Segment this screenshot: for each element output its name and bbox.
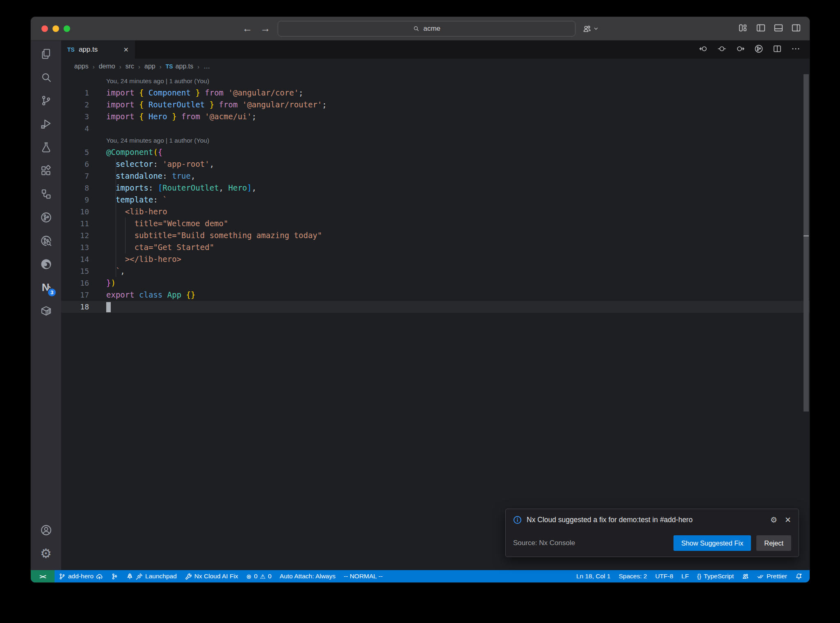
show-suggested-fix-button[interactable]: Show Suggested Fix	[673, 535, 751, 551]
code-line[interactable]: 5@Component({	[61, 146, 810, 158]
feedback-item[interactable]	[738, 570, 753, 582]
activity-item-search[interactable]	[31, 66, 61, 89]
notifications-item[interactable]	[791, 570, 806, 582]
breadcrumb-item[interactable]: app	[144, 63, 155, 70]
code-line[interactable]: 18	[61, 301, 810, 313]
language-item[interactable]: {}TypeScript	[693, 570, 738, 582]
scrollbar-thumb[interactable]	[803, 74, 809, 412]
line-number[interactable]: 5	[61, 146, 89, 158]
launchpad-item[interactable]: Launchpad	[122, 570, 181, 582]
line-number[interactable]: 11	[61, 218, 89, 230]
code-line[interactable]: 16})	[61, 277, 810, 289]
close-tab-icon[interactable]: ✕	[123, 46, 129, 54]
more-button[interactable]	[791, 44, 801, 55]
line-number[interactable]: 3	[61, 111, 89, 123]
nx-cloud-ai-fix-item[interactable]: Nx Cloud AI Fix	[181, 570, 242, 582]
braces-icon: {}	[697, 573, 701, 580]
toggle-sidebar-button[interactable]	[756, 23, 766, 35]
graph-circle-button[interactable]	[754, 44, 764, 55]
breadcrumb-item[interactable]: …	[203, 63, 210, 70]
toggle-panel-button[interactable]	[773, 23, 784, 35]
zoom-window-button[interactable]	[64, 25, 70, 32]
activity-item-hierarchy[interactable]	[31, 182, 61, 206]
breadcrumb-item[interactable]: src	[126, 63, 134, 70]
activity-item-accounts[interactable]	[31, 518, 61, 542]
activity-item-containers[interactable]	[31, 299, 61, 323]
activity-item-nx-console[interactable]: N›3	[31, 276, 61, 299]
activity-item-gitlens-search[interactable]	[31, 229, 61, 252]
code-line[interactable]: 11 title="Welcmoe demo"	[61, 218, 810, 230]
command-center-search[interactable]: acme	[278, 21, 575, 36]
code-line[interactable]: 1import { Component } from '@angular/cor…	[61, 87, 810, 99]
line-number[interactable]: 15	[61, 265, 89, 277]
prettier-item[interactable]: Prettier	[753, 570, 791, 582]
line-number[interactable]: 12	[61, 230, 89, 241]
encoding-item[interactable]: UTF-8	[651, 570, 677, 582]
code-line[interactable]: 2import { RouterOutlet } from '@angular/…	[61, 99, 810, 111]
line-number[interactable]: 16	[61, 277, 89, 289]
code-line[interactable]: 10 <lib-hero	[61, 206, 810, 218]
split-editor-button[interactable]	[772, 44, 782, 55]
code-line[interactable]: 17export class App {}	[61, 289, 810, 301]
activity-item-settings[interactable]: ⚙	[31, 542, 61, 565]
breadcrumb-item[interactable]: apps	[74, 63, 89, 70]
git-graph-item[interactable]	[107, 570, 122, 582]
activity-item-run-and-debug[interactable]	[31, 112, 61, 136]
tab-label: app.ts	[79, 45, 98, 54]
code-line[interactable]: 8 imports: [RouterOutlet, Hero],	[61, 182, 810, 194]
activity-item-source-control[interactable]	[31, 89, 61, 112]
activity-item-explorer[interactable]	[31, 42, 61, 66]
problems-item[interactable]: ⊗0⚠0	[242, 570, 276, 582]
vim-mode-item[interactable]: -- NORMAL --	[340, 570, 387, 582]
cursor-position-item[interactable]: Ln 18, Col 1	[572, 570, 615, 582]
code-line[interactable]: 7 standalone: true,	[61, 170, 810, 182]
reject-button[interactable]: Reject	[756, 535, 791, 551]
activity-item-source-control-graph[interactable]	[31, 206, 61, 229]
breadcrumb-item[interactable]: demo	[99, 63, 115, 70]
line-number[interactable]: 4	[61, 123, 89, 134]
line-number[interactable]: 8	[61, 182, 89, 194]
branch-item[interactable]: add-hero	[55, 570, 107, 582]
code-line[interactable]: 9 template: `	[61, 194, 810, 206]
code-line[interactable]: 15 `,	[61, 265, 810, 277]
prev-change-button[interactable]	[698, 44, 708, 55]
code-line[interactable]: 14 ></lib-hero>	[61, 253, 810, 265]
navigate-back-button[interactable]: ←	[242, 23, 253, 34]
line-number[interactable]: 10	[61, 206, 89, 218]
line-number[interactable]: 17	[61, 289, 89, 301]
gear-icon[interactable]: ⚙	[770, 515, 777, 525]
line-number[interactable]: 14	[61, 253, 89, 265]
auto-attach-item[interactable]: Auto Attach: Always	[276, 570, 340, 582]
line-number[interactable]: 9	[61, 194, 89, 206]
code-line[interactable]: 13 cta="Get Started"	[61, 241, 810, 253]
toggle-secondary-sidebar-button[interactable]	[791, 23, 801, 35]
eol-item[interactable]: LF	[677, 570, 693, 582]
remote-indicator[interactable]: ><	[31, 570, 55, 582]
line-number[interactable]: 2	[61, 99, 89, 111]
close-window-button[interactable]	[41, 25, 48, 32]
editor-scrollbar[interactable]	[803, 74, 809, 570]
activity-item-edge-tools[interactable]	[31, 252, 61, 276]
breadcrumb-item[interactable]: TSapp.ts	[166, 63, 193, 70]
line-number[interactable]: 6	[61, 158, 89, 170]
line-number[interactable]: 13	[61, 241, 89, 253]
activity-item-testing[interactable]	[31, 136, 61, 159]
minimize-window-button[interactable]	[52, 25, 59, 32]
tab-app-ts[interactable]: TS app.ts ✕	[61, 41, 135, 59]
next-change-button[interactable]	[735, 44, 745, 55]
line-number[interactable]: 18	[61, 301, 89, 313]
navigate-forward-button[interactable]: →	[260, 23, 271, 34]
line-number[interactable]: 1	[61, 87, 89, 99]
code-line[interactable]: 12 subtitle="Build something amazing tod…	[61, 230, 810, 241]
code-line[interactable]: 6 selector: 'app-root',	[61, 158, 810, 170]
indentation-item[interactable]: Spaces: 2	[614, 570, 651, 582]
code-line[interactable]: 3import { Hero } from '@acme/ui';	[61, 111, 810, 123]
code-editor[interactable]: You, 24 minutes ago | 1 author (You)1imp…	[61, 74, 810, 570]
line-number[interactable]: 7	[61, 170, 89, 182]
code-line[interactable]: 4	[61, 123, 810, 134]
customize-layout-button[interactable]	[738, 23, 749, 35]
close-icon[interactable]: ✕	[785, 515, 791, 525]
open-change-button[interactable]	[717, 44, 727, 55]
activity-item-extensions[interactable]	[31, 159, 61, 182]
profile-menu[interactable]	[582, 24, 599, 34]
